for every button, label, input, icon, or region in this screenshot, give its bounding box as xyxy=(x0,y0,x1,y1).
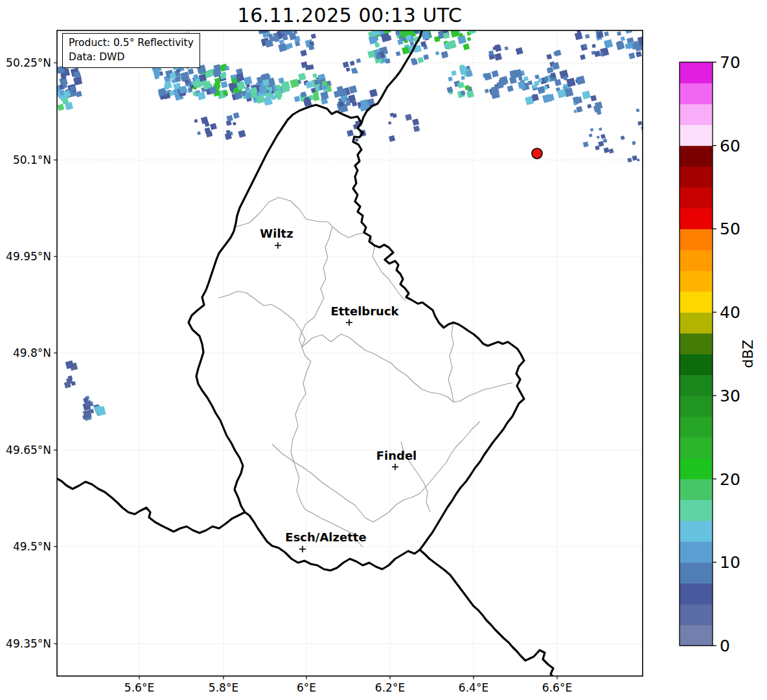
colorbar-segment xyxy=(680,146,713,167)
radar-echo-cell xyxy=(601,134,606,139)
radar-echo-cell xyxy=(583,141,589,147)
colorbar-segment xyxy=(680,83,713,104)
colorbar-segment xyxy=(680,562,713,583)
radar-echo-cell xyxy=(343,62,349,68)
radar-echo-cell xyxy=(347,130,354,137)
radar-echo-cell xyxy=(617,31,621,36)
colorbar: 010203040506070dBZ xyxy=(680,53,756,655)
radar-site-marker xyxy=(532,148,542,159)
radar-echo-cell xyxy=(590,128,593,131)
colorbar-segment xyxy=(680,521,713,542)
city-label: Ettelbruck xyxy=(330,304,399,318)
radar-echo-cell xyxy=(226,115,233,122)
gridlines xyxy=(57,30,643,676)
radar-echo-cell xyxy=(621,135,625,140)
radar-echo-cell xyxy=(467,37,471,41)
colorbar-segment xyxy=(680,604,713,626)
radar-echo-cell xyxy=(575,32,583,40)
radar-echo-cell xyxy=(636,108,640,112)
radar-echo-cell xyxy=(413,126,420,132)
radar-echo-cell xyxy=(516,47,523,55)
radar-echo-cell xyxy=(621,36,625,41)
canton-border-line xyxy=(291,361,311,510)
colorbar-segment xyxy=(680,208,713,229)
city-marker-icon xyxy=(299,546,306,552)
colorbar-segment xyxy=(680,479,713,501)
colorbar-segment xyxy=(680,250,713,271)
radar-echo-cell xyxy=(580,54,586,60)
radar-echo-cell xyxy=(492,70,499,77)
x-tick-label: 6.6°E xyxy=(542,681,572,694)
radar-echo-cell xyxy=(448,76,453,82)
colorbar-segment xyxy=(680,187,713,209)
colorbar-tick-label: 70 xyxy=(720,53,740,72)
city-marker-icon xyxy=(346,319,352,326)
radar-echo-cell xyxy=(627,157,632,163)
radar-echo-cell xyxy=(573,109,577,113)
radar-echo-cell xyxy=(463,43,470,51)
radar-echo-cell xyxy=(466,91,474,98)
radar-echo-cell xyxy=(587,104,591,108)
canton-border-line xyxy=(448,322,453,402)
colorbar-segment xyxy=(680,271,713,292)
radar-map-page: 16.11.2025 00:13 UTC WiltzEttelbruckFind… xyxy=(0,0,767,700)
colorbar-segment xyxy=(680,583,713,604)
radar-echo-cell xyxy=(388,121,391,124)
colorbar-segment xyxy=(680,416,713,438)
colorbar-segment xyxy=(680,333,713,354)
radar-echo-cell xyxy=(197,131,201,135)
radar-echo-cell xyxy=(628,52,635,59)
radar-echo-cell xyxy=(598,141,604,147)
colorbar-segment xyxy=(680,541,713,563)
colorbar-segment xyxy=(680,437,713,458)
radar-echo-cell xyxy=(389,135,395,142)
city-label: Findel xyxy=(376,449,417,462)
radar-map-figure: WiltzEttelbruckFindelEsch/Alzette5.6°E5.… xyxy=(0,0,767,700)
canton-border-line xyxy=(302,334,512,402)
radar-echo-cell xyxy=(589,133,593,137)
neighbor-border xyxy=(420,550,556,680)
colorbar-segment xyxy=(680,375,713,396)
x-tick-label: 5.6°E xyxy=(124,681,154,694)
canton-border-line xyxy=(236,198,369,238)
radar-echo-cell xyxy=(320,91,328,100)
y-tick-label: 49.5°N xyxy=(13,540,51,553)
city-label: Esch/Alzette xyxy=(285,530,366,544)
radar-echo-cell xyxy=(290,78,299,87)
radar-echo-cell xyxy=(188,69,194,75)
radar-echo-cell xyxy=(597,135,600,139)
radar-echo-cell xyxy=(576,76,586,85)
radar-echo-cell xyxy=(298,73,306,80)
colorbar-segment xyxy=(680,625,713,646)
colorbar-tick-label: 0 xyxy=(720,637,730,655)
canton-borders xyxy=(218,198,512,547)
y-tick-label: 49.65°N xyxy=(6,444,51,457)
city-marker-icon xyxy=(392,464,398,470)
radar-echo-cell xyxy=(238,130,246,138)
city-layer: WiltzEttelbruckFindelEsch/Alzette xyxy=(260,227,417,552)
radar-echo-cell xyxy=(346,67,350,72)
radar-echo-cell xyxy=(76,91,82,97)
canton-border-line xyxy=(218,291,311,361)
radar-echo-cell xyxy=(221,81,228,88)
radar-echo-cell xyxy=(637,121,642,126)
radar-echo-cell xyxy=(604,40,613,49)
radar-echo-cell xyxy=(356,58,361,63)
data-source-line: Data: DWD xyxy=(69,51,194,65)
radar-echo-cell xyxy=(233,122,236,126)
radar-echo-cell xyxy=(604,31,609,36)
x-tick-label: 6.4°E xyxy=(459,681,488,694)
colorbar-segment xyxy=(680,396,713,417)
colorbar-segment xyxy=(680,354,713,376)
x-tick-label: 5.8°E xyxy=(209,681,238,694)
x-tick-label: 6°E xyxy=(297,681,316,694)
radar-echo-cell xyxy=(210,123,217,130)
neighbor-border xyxy=(56,478,245,533)
colorbar-tick-label: 20 xyxy=(720,470,740,489)
colorbar-segment xyxy=(680,62,713,84)
radar-echo-cell xyxy=(591,44,595,48)
colorbar-tick-label: 30 xyxy=(720,387,740,405)
canton-border-line xyxy=(299,227,332,347)
colorbar-segment xyxy=(680,104,713,125)
y-tick-label: 49.8°N xyxy=(13,346,51,359)
